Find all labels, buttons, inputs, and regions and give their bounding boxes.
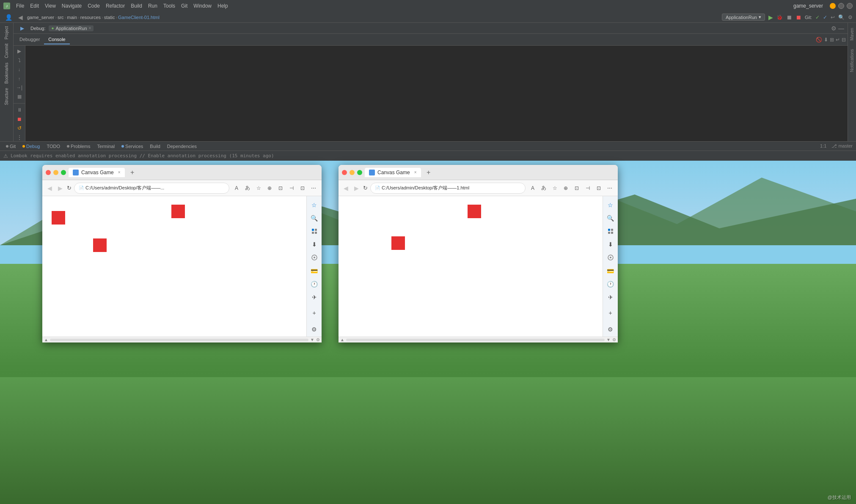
debug-settings-icon[interactable]: ⚙: [831, 25, 837, 32]
browser2-scroll-up[interactable]: ▲: [340, 337, 344, 342]
sidebar-bookmark-icon[interactable]: Bookmarks: [2, 61, 12, 85]
browser2-tab[interactable]: Canvas Game ×: [365, 168, 421, 177]
browser2-min[interactable]: [350, 170, 355, 175]
browser1-profile-icon[interactable]: A: [232, 184, 241, 193]
browser1-tab[interactable]: Canvas Game ×: [69, 168, 125, 177]
sidebar-structure-icon[interactable]: Structure: [2, 86, 12, 107]
step-over-btn[interactable]: ⤵: [15, 57, 24, 65]
browser2-edge-addicon[interactable]: +: [605, 308, 617, 318]
browser2-splitview-icon[interactable]: ⊡: [572, 184, 581, 193]
browser2-edge-collections[interactable]: [605, 226, 617, 236]
browser2-new-tab[interactable]: +: [424, 167, 434, 178]
menu-window[interactable]: Window: [191, 2, 214, 10]
browser2-edge-wallet[interactable]: 💳: [605, 266, 617, 276]
browser1-edge-settings-bottom[interactable]: ⚙: [308, 324, 320, 335]
browser1-max[interactable]: [61, 170, 66, 175]
menu-run[interactable]: Run: [146, 2, 160, 10]
clear-console-icon[interactable]: 🚫: [816, 37, 822, 43]
nav-profile-icon[interactable]: 👤: [3, 12, 14, 22]
browser1-edge-collections[interactable]: [308, 226, 320, 236]
bc-project[interactable]: game_server: [27, 15, 54, 20]
browser2-refresh[interactable]: ↻: [363, 185, 368, 191]
browser2-more-icon[interactable]: ⋯: [605, 184, 614, 193]
browser2-edge-apps[interactable]: [605, 252, 617, 263]
browser2-edge-favorites[interactable]: ☆: [605, 200, 617, 210]
browser1-collections-icon[interactable]: ⊕: [265, 184, 274, 193]
menu-view[interactable]: View: [42, 2, 58, 10]
browser1-new-tab[interactable]: +: [127, 167, 138, 178]
browser1-tab-close[interactable]: ×: [118, 170, 121, 175]
bc-static[interactable]: static: [104, 15, 115, 20]
browser2-collections-icon[interactable]: ⊕: [561, 184, 570, 193]
browser1-edge-addicon[interactable]: +: [308, 308, 320, 318]
browser2-edge-history[interactable]: 🕐: [605, 279, 617, 289]
browser1-scroll-down[interactable]: ▼: [310, 337, 314, 342]
browser2-close[interactable]: [342, 170, 347, 175]
debug-run-button[interactable]: 🐞: [776, 14, 783, 20]
notifications-label[interactable]: Notifications: [850, 49, 854, 72]
debug-session-tab[interactable]: ● ApplicationRun ×: [49, 25, 94, 31]
settings-icon[interactable]: ⚙: [848, 14, 853, 20]
tab-problems[interactable]: Problems: [64, 143, 93, 150]
close-button[interactable]: [847, 3, 853, 9]
browser2-save-icon[interactable]: ⊡: [594, 184, 603, 193]
browser2-edge-downloads[interactable]: ⬇: [605, 239, 617, 250]
tab-terminal[interactable]: Terminal: [95, 143, 118, 150]
browser2-star-icon[interactable]: ☆: [550, 184, 559, 193]
more-btn[interactable]: ⋮: [15, 134, 24, 142]
browser1-close[interactable]: [46, 170, 51, 175]
tab-console[interactable]: Console: [44, 35, 69, 44]
tab-todo[interactable]: TODO: [44, 143, 63, 150]
browser2-scroll-down[interactable]: ▼: [606, 337, 611, 342]
browser2-pinned-icon[interactable]: ⊣: [583, 184, 592, 193]
browser2-tab-close[interactable]: ×: [414, 170, 417, 175]
minimize-button[interactable]: [830, 3, 836, 9]
browser1-edge-search[interactable]: 🔍: [308, 213, 320, 223]
browser2-back[interactable]: ◀: [342, 184, 350, 192]
stop-debug-btn[interactable]: ⏹: [15, 115, 24, 123]
browser1-back[interactable]: ◀: [46, 184, 54, 192]
sidebar-project-icon[interactable]: Project: [2, 25, 12, 41]
browser2-edge-send[interactable]: ✈: [605, 292, 617, 302]
browser1-edge-apps[interactable]: [308, 252, 320, 263]
browser1-forward[interactable]: ▶: [56, 184, 64, 192]
browser1-edge-history[interactable]: 🕐: [308, 279, 320, 289]
wrap-icon[interactable]: ↵: [836, 37, 840, 43]
browser1-splitview-icon[interactable]: ⊡: [276, 184, 285, 193]
maximize-button[interactable]: [838, 3, 844, 9]
run-button[interactable]: ▶: [768, 14, 773, 21]
browser1-content[interactable]: [42, 196, 306, 337]
menu-refactor[interactable]: Refactor: [103, 2, 127, 10]
step-into-btn[interactable]: ↓: [15, 66, 24, 74]
menu-edit[interactable]: Edit: [28, 2, 41, 10]
filter-icon[interactable]: ⊞: [830, 37, 834, 43]
git-undo-icon[interactable]: ↩: [831, 14, 835, 20]
browser2-forward[interactable]: ▶: [352, 184, 361, 192]
sidebar-commit-icon[interactable]: Commit: [2, 42, 12, 60]
tab-debug[interactable]: Debug: [20, 143, 42, 150]
rerun-btn[interactable]: ↺: [15, 124, 24, 132]
menu-help[interactable]: Help: [215, 2, 231, 10]
browser1-edge-send[interactable]: ✈: [308, 292, 320, 302]
browser2-scrollbar[interactable]: [346, 339, 605, 341]
expand-icon[interactable]: ⊟: [842, 37, 846, 43]
browser2-content[interactable]: [339, 196, 603, 337]
evaluate-btn[interactable]: ▦: [15, 93, 24, 101]
browser1-scrollbar[interactable]: [50, 339, 308, 341]
menu-code[interactable]: Code: [85, 2, 102, 10]
browser1-edge-downloads[interactable]: ⬇: [308, 239, 320, 250]
resume-btn[interactable]: ▶: [15, 47, 24, 55]
nav-back-icon[interactable]: ◀: [15, 12, 25, 22]
browser1-translate-icon[interactable]: あ: [243, 184, 252, 193]
bc-src[interactable]: src: [58, 15, 64, 20]
browser2-edge-settings-bottom[interactable]: ⚙: [605, 324, 617, 335]
browser2-max[interactable]: [357, 170, 362, 175]
tab-services[interactable]: Services: [119, 143, 146, 150]
stop-button[interactable]: ⏹: [795, 14, 801, 21]
browser2-edge-search[interactable]: 🔍: [605, 213, 617, 223]
run-config-selector[interactable]: ApplicationRun ▾: [722, 14, 765, 21]
step-out-btn[interactable]: ↑: [15, 75, 24, 83]
browser2-translate-icon[interactable]: あ: [539, 184, 548, 193]
browser1-more-icon[interactable]: ⋯: [309, 184, 318, 193]
browser1-edge-wallet[interactable]: 💳: [308, 266, 320, 276]
